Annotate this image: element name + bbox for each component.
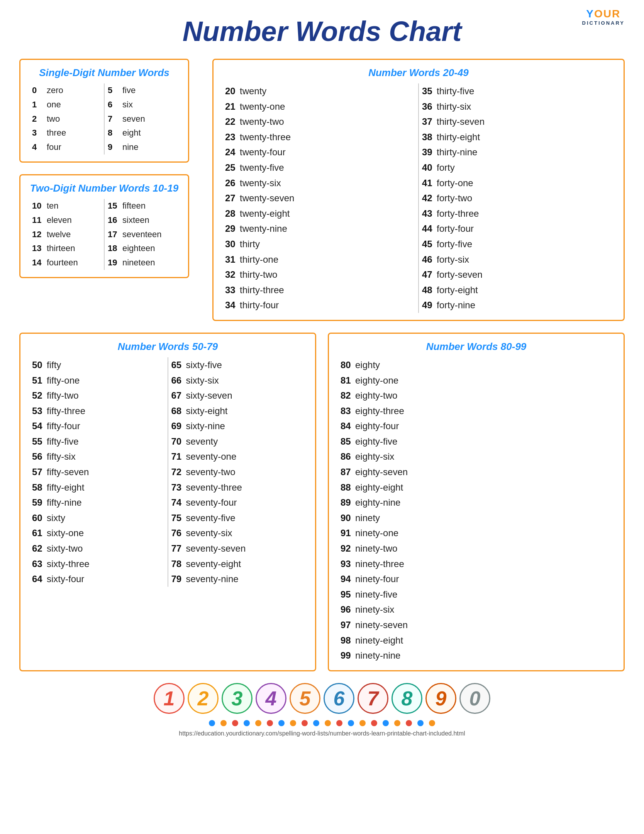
range-2049-left-col: 20twenty 21twenty-one 22twenty-two 23twe…: [222, 83, 418, 313]
word: fifty-four: [47, 420, 80, 433]
panel-two-digit: Two-Digit Number Words 10-19 10ten 11ele…: [19, 174, 189, 278]
list-item: 30thirty: [225, 236, 415, 252]
number: 43: [422, 207, 437, 220]
word: eighty-two: [355, 389, 397, 402]
number: 7: [108, 113, 122, 125]
word: fifty-nine: [47, 496, 82, 509]
list-item: 11eleven: [32, 213, 101, 228]
list-item: 68sixty-eight: [171, 403, 304, 419]
list-item: 25twenty-five: [225, 160, 415, 175]
word: thirty-seven: [437, 115, 485, 128]
number: 30: [225, 238, 240, 251]
word: thirty-nine: [437, 146, 477, 159]
word: forty-eight: [437, 284, 478, 297]
list-item: 21twenty-one: [225, 99, 415, 114]
range-8099-left-col: 80eighty 81eighty-one 82eighty-two 83eig…: [337, 357, 615, 663]
word: twenty: [240, 85, 266, 98]
number: 26: [225, 177, 240, 190]
number: 13: [32, 243, 47, 255]
list-item: 98ninety-eight: [341, 633, 612, 648]
deco-num-9: 9: [425, 683, 456, 714]
dot: [232, 720, 238, 726]
list-item: 28twenty-eight: [225, 206, 415, 221]
list-item: 33thirty-three: [225, 282, 415, 298]
dot: [267, 720, 273, 726]
list-item: 27twenty-seven: [225, 190, 415, 206]
number: 46: [422, 253, 437, 266]
word: eighty-four: [355, 420, 399, 433]
list-item: 39thirty-nine: [422, 144, 612, 160]
list-item: 38thirty-eight: [422, 129, 612, 145]
list-item: 61sixty-one: [32, 525, 164, 541]
number: 1: [32, 99, 47, 111]
dot: [325, 720, 331, 726]
number: 64: [32, 572, 47, 586]
list-item: 87eighty-seven: [341, 464, 612, 480]
list-item: 62sixty-two: [32, 541, 164, 556]
list-item: 51fifty-one: [32, 373, 164, 388]
word: forty-nine: [437, 299, 475, 312]
word: fifty-five: [47, 435, 79, 448]
dot: [209, 720, 215, 726]
number: 98: [341, 634, 355, 647]
number: 47: [422, 268, 437, 281]
single-digit-grid: 0zero 1one 2two 3three 4four 5five 6six …: [29, 83, 180, 155]
number: 82: [341, 389, 355, 402]
list-item: 10ten: [32, 199, 101, 213]
number: 79: [171, 572, 186, 586]
list-item: 29twenty-nine: [225, 221, 415, 236]
word: sixteen: [122, 214, 149, 226]
number: 32: [225, 268, 240, 281]
range-2049-grid: 20twenty 21twenty-one 22twenty-two 23twe…: [222, 83, 615, 313]
list-item: 47forty-seven: [422, 267, 612, 282]
panel-single-digit: Single-Digit Number Words 0zero 1one 2tw…: [19, 59, 189, 163]
deco-num-5: 5: [290, 683, 320, 714]
dot: [429, 720, 435, 726]
list-item: 63sixty-three: [32, 556, 164, 572]
list-item: 42forty-two: [422, 190, 612, 206]
number: 21: [225, 100, 240, 113]
list-item: 20twenty: [225, 83, 415, 99]
list-item: 14fourteen: [32, 256, 101, 270]
word: seventy-nine: [186, 572, 239, 586]
list-item: 92ninety-two: [341, 541, 612, 556]
deco-num-8: 8: [391, 683, 422, 714]
list-item: 46forty-six: [422, 252, 612, 267]
number: 35: [422, 85, 437, 98]
word: ten: [47, 200, 59, 212]
word: seventy-one: [186, 450, 237, 463]
word: ninety-one: [355, 527, 398, 540]
panel-8099-title: Number Words 80-99: [337, 341, 615, 353]
number: 16: [108, 214, 122, 226]
word: eighty-one: [355, 374, 398, 387]
word: ninety-nine: [355, 649, 400, 662]
list-item: 45forty-five: [422, 236, 612, 252]
number: 93: [341, 557, 355, 571]
word: fifty-three: [47, 404, 85, 418]
word: ninety-eight: [355, 634, 403, 647]
number: 39: [422, 146, 437, 159]
number: 59: [32, 496, 47, 509]
word: forty-two: [437, 192, 472, 205]
number: 69: [171, 420, 186, 433]
number: 73: [171, 481, 186, 494]
list-item: 1one: [32, 98, 101, 112]
list-item: 4four: [32, 140, 101, 155]
list-item: 7seven: [108, 112, 176, 126]
deco-num-7: 7: [358, 683, 388, 714]
word: twenty-four: [240, 146, 286, 159]
single-digit-right-col: 5five 6six 7seven 8eight 9nine: [104, 83, 180, 155]
number: 37: [422, 115, 437, 128]
number: 86: [341, 450, 355, 463]
word: thirty-five: [437, 85, 474, 98]
panel-8099: Number Words 80-99 80eighty 81eighty-one…: [328, 333, 625, 671]
list-item: 59fifty-nine: [32, 495, 164, 510]
logo: YOUR DICTIONARY: [582, 8, 625, 26]
dot: [302, 720, 308, 726]
number: 5: [108, 85, 122, 97]
word: sixty-nine: [186, 420, 225, 433]
word: ninety-four: [355, 572, 399, 586]
word: seven: [122, 113, 145, 125]
list-item: 67sixty-seven: [171, 388, 304, 403]
word: sixty-four: [47, 572, 84, 586]
